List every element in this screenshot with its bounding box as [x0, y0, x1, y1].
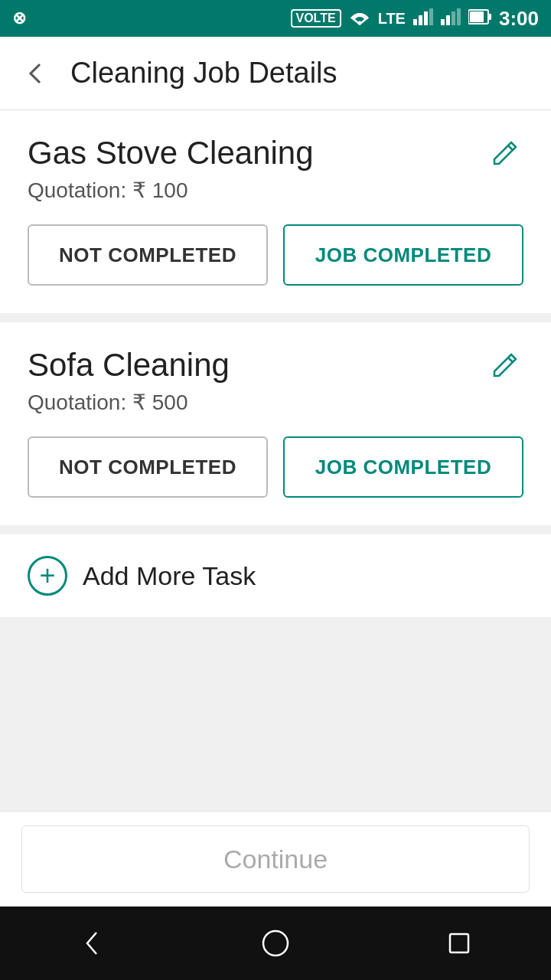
job-card-sofa: Sofa Cleaning Quotation: ₹ 500 NOT COMPL… [0, 322, 551, 525]
svg-rect-10 [488, 14, 491, 20]
add-task-section[interactable]: + Add More Task [0, 534, 551, 617]
status-right: VOLTE LTE 3:00 [291, 7, 540, 31]
job-title-gas-stove: Gas Stove Cleaning [28, 135, 314, 172]
add-task-icon[interactable]: + [28, 556, 67, 596]
app-bar: Cleaning Job Details [0, 37, 551, 110]
job-card-gas-stove: Gas Stove Cleaning Quotation: ₹ 100 NOT … [0, 110, 551, 313]
recents-nav-button[interactable] [442, 926, 476, 960]
job-actions-sofa: NOT COMPLETED JOB COMPLETED [28, 436, 523, 498]
svg-rect-6 [446, 15, 450, 25]
volte-badge: VOLTE [291, 9, 341, 28]
job-actions-gas-stove: NOT COMPLETED JOB COMPLETED [28, 224, 523, 286]
svg-rect-2 [419, 15, 422, 25]
lte-label: LTE [378, 10, 406, 28]
svg-rect-1 [413, 19, 417, 25]
job-completed-button-sofa[interactable]: JOB COMPLETED [283, 436, 523, 498]
content-area: Gas Stove Cleaning Quotation: ₹ 100 NOT … [0, 110, 551, 811]
svg-rect-11 [470, 11, 484, 22]
not-completed-button-sofa[interactable]: NOT COMPLETED [28, 436, 268, 498]
nav-bar [0, 906, 551, 980]
not-completed-button-gas-stove[interactable]: NOT COMPLETED [28, 224, 268, 286]
plus-icon: + [39, 560, 55, 592]
battery-icon [468, 8, 491, 29]
svg-rect-13 [450, 934, 468, 952]
job-card-header-sofa: Sofa Cleaning [28, 347, 523, 384]
signal-icon [413, 8, 433, 29]
home-nav-button[interactable] [259, 926, 292, 960]
back-button[interactable] [21, 60, 49, 87]
job-completed-button-gas-stove[interactable]: JOB COMPLETED [283, 224, 523, 286]
continue-button[interactable]: Continue [21, 825, 530, 893]
edit-button-gas-stove[interactable] [487, 135, 523, 172]
back-nav-button[interactable] [75, 926, 109, 960]
status-time: 3:00 [499, 7, 539, 31]
svg-rect-4 [429, 8, 433, 25]
add-task-label: Add More Task [83, 561, 256, 591]
svg-point-12 [263, 931, 288, 956]
page-title: Cleaning Job Details [70, 57, 337, 90]
status-bar: ⊗ VOLTE LTE 3:00 [0, 0, 551, 37]
job-quotation-gas-stove: Quotation: ₹ 100 [28, 178, 523, 203]
svg-rect-8 [457, 8, 461, 25]
job-quotation-sofa: Quotation: ₹ 500 [28, 390, 523, 415]
wifi-icon [349, 8, 370, 29]
edit-button-sofa[interactable] [487, 347, 523, 384]
job-card-header: Gas Stove Cleaning [28, 135, 523, 172]
empty-space [0, 617, 551, 811]
signal2-icon [441, 8, 461, 29]
continue-bar: Continue [0, 811, 551, 906]
svg-rect-7 [452, 11, 455, 25]
svg-rect-3 [424, 11, 428, 25]
job-title-sofa: Sofa Cleaning [28, 347, 230, 384]
svg-point-0 [357, 21, 361, 24]
status-left: ⊗ [12, 8, 26, 28]
svg-rect-5 [441, 19, 445, 25]
sim-icon: ⊗ [12, 8, 26, 28]
